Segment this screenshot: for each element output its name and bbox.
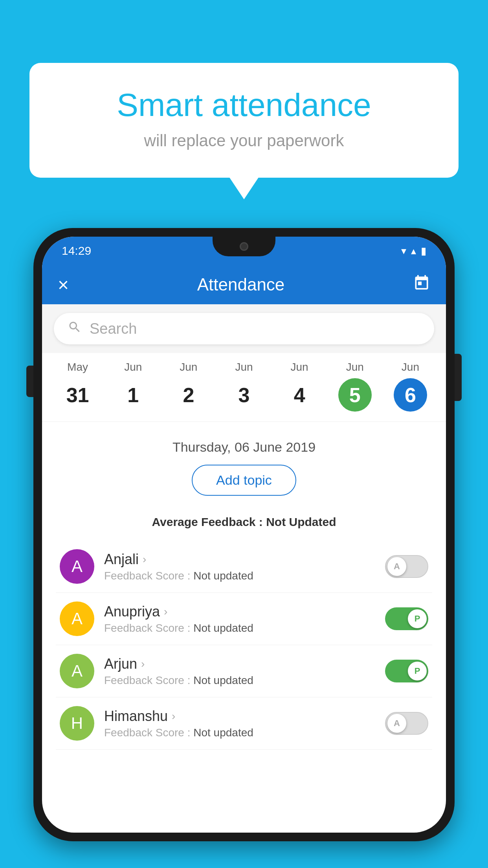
status-icons: ▾ ▴ ▮ (401, 245, 426, 257)
notch (213, 237, 275, 256)
chevron-icon: › (164, 605, 167, 618)
cal-day-4[interactable]: Jun4 (283, 361, 316, 412)
student-avatar: A (60, 601, 94, 636)
toggle-track: A (385, 712, 428, 735)
cal-month-label: Jun (124, 361, 142, 373)
speech-bubble-container: Smart attendance will replace your paper… (29, 63, 459, 178)
cal-num-label: 31 (61, 378, 94, 412)
student-item: HHimanshu ›Feedback Score : Not updatedA (56, 697, 432, 750)
feedback-value: Not updated (193, 674, 253, 686)
cal-day-2[interactable]: Jun2 (172, 361, 205, 412)
student-info: Anupriya ›Feedback Score : Not updated (104, 603, 375, 634)
avg-feedback: Average Feedback : Not Updated (56, 515, 432, 529)
calendar-icon[interactable] (413, 274, 430, 295)
toggle-thumb: A (387, 557, 406, 576)
search-icon (68, 320, 82, 337)
add-topic-button[interactable]: Add topic (192, 465, 296, 496)
cal-num-label: 4 (283, 378, 316, 412)
status-time: 14:29 (62, 244, 91, 257)
student-info: Himanshu ›Feedback Score : Not updated (104, 708, 375, 739)
selected-date: Thursday, 06 June 2019 (56, 440, 432, 455)
student-feedback: Feedback Score : Not updated (104, 622, 375, 634)
student-name[interactable]: Anjali › (104, 551, 375, 568)
cal-month-label: Jun (402, 361, 419, 373)
cal-num-label: 5 (338, 378, 372, 412)
bubble-title: Smart attendance (61, 86, 427, 123)
close-button[interactable]: × (58, 274, 69, 296)
signal-icon: ▴ (411, 245, 416, 257)
toggle-track: A (385, 555, 428, 578)
app-header: × Attendance (42, 265, 446, 304)
student-info: Anjali ›Feedback Score : Not updated (104, 551, 375, 582)
student-name[interactable]: Arjun › (104, 656, 375, 672)
search-bar[interactable]: Search (54, 313, 434, 344)
attendance-toggle[interactable]: P (385, 660, 428, 682)
student-avatar: A (60, 654, 94, 688)
student-feedback: Feedback Score : Not updated (104, 570, 375, 582)
toggle-thumb: A (387, 714, 406, 733)
cal-day-6[interactable]: Jun6 (394, 361, 427, 412)
calendar-strip: May31Jun1Jun2Jun3Jun4Jun5Jun6 (42, 353, 446, 422)
toggle-track: P (385, 607, 428, 630)
student-info: Arjun ›Feedback Score : Not updated (104, 656, 375, 687)
student-avatar: H (60, 706, 94, 741)
phone-screen: 14:29 ▾ ▴ ▮ × Attendance (42, 237, 446, 833)
search-container: Search (42, 304, 446, 353)
phone-container: 14:29 ▾ ▴ ▮ × Attendance (33, 228, 455, 868)
search-placeholder[interactable]: Search (90, 320, 420, 337)
student-name[interactable]: Anupriya › (104, 603, 375, 620)
cal-month-label: May (67, 361, 88, 373)
cal-day-31[interactable]: May31 (61, 361, 94, 412)
toggle-thumb: P (408, 609, 427, 628)
student-item: AAnjali ›Feedback Score : Not updatedA (56, 541, 432, 593)
header-title: Attendance (197, 275, 285, 294)
student-feedback: Feedback Score : Not updated (104, 726, 375, 739)
cal-month-label: Jun (235, 361, 253, 373)
battery-icon: ▮ (421, 245, 426, 257)
toggle-thumb: P (408, 662, 427, 680)
phone-frame: 14:29 ▾ ▴ ▮ × Attendance (33, 228, 455, 841)
chevron-icon: › (143, 553, 146, 566)
chevron-icon: › (172, 710, 175, 723)
cal-month-label: Jun (180, 361, 197, 373)
content-area: Thursday, 06 June 2019 Add topic Average… (42, 422, 446, 760)
cal-num-label: 6 (394, 378, 427, 412)
attendance-toggle[interactable]: A (385, 555, 428, 578)
notch-camera (240, 242, 248, 251)
student-item: AArjun ›Feedback Score : Not updatedP (56, 645, 432, 697)
student-list: AAnjali ›Feedback Score : Not updatedAAA… (56, 541, 432, 750)
attendance-toggle[interactable]: A (385, 712, 428, 735)
cal-day-3[interactable]: Jun3 (227, 361, 261, 412)
cal-num-label: 1 (116, 378, 150, 412)
feedback-value: Not updated (193, 570, 253, 582)
toggle-track: P (385, 660, 428, 682)
wifi-icon: ▾ (401, 245, 406, 257)
student-feedback: Feedback Score : Not updated (104, 674, 375, 687)
cal-month-label: Jun (346, 361, 364, 373)
chevron-icon: › (141, 658, 145, 670)
bubble-subtitle: will replace your paperwork (61, 131, 427, 150)
feedback-value: Not updated (193, 726, 253, 739)
cal-num-label: 2 (172, 378, 205, 412)
attendance-toggle[interactable]: P (385, 607, 428, 630)
status-bar: 14:29 ▾ ▴ ▮ (42, 237, 446, 265)
student-name[interactable]: Himanshu › (104, 708, 375, 725)
speech-bubble: Smart attendance will replace your paper… (29, 63, 459, 178)
feedback-value: Not updated (193, 622, 253, 634)
cal-month-label: Jun (291, 361, 308, 373)
cal-day-1[interactable]: Jun1 (116, 361, 150, 412)
student-item: AAnupriya ›Feedback Score : Not updatedP (56, 593, 432, 645)
avg-feedback-value: Not Updated (266, 515, 336, 528)
student-avatar: A (60, 549, 94, 584)
cal-num-label: 3 (227, 378, 261, 412)
cal-day-5[interactable]: Jun5 (338, 361, 372, 412)
